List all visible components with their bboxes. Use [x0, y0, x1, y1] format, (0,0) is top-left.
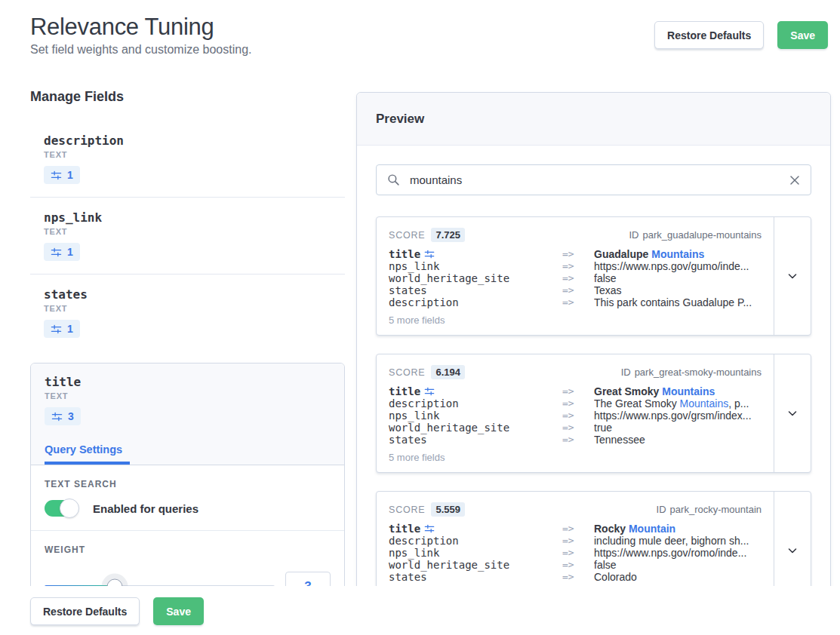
result-field-name: world_heritage_site — [389, 272, 562, 284]
result-field-name: description — [389, 535, 562, 547]
preview-panel: Preview SCORE 7.725 — [356, 92, 831, 630]
result-field-value: Guadalupe Mountains — [594, 248, 762, 260]
weight-badge: 1 — [44, 320, 80, 338]
result-field-value: https://www.nps.gov/gumo/inde... — [594, 260, 762, 272]
result-field-value: Texas — [594, 284, 762, 296]
weight-badge-value: 1 — [67, 323, 73, 335]
arrow: => — [562, 571, 594, 583]
arrow: => — [562, 260, 594, 272]
search-input[interactable] — [410, 173, 789, 186]
sliders-icon — [51, 411, 63, 422]
restore-defaults-button[interactable]: Restore Defaults — [30, 597, 140, 625]
score-label: SCORE — [389, 505, 425, 515]
arrow: => — [562, 385, 594, 397]
result-field-value: This park contains Guadalupe P... — [594, 296, 762, 308]
text-search-label: TEXT SEARCH — [45, 479, 331, 489]
result-field-value: false — [594, 272, 762, 284]
page-subtitle: Set field weights and customize boosting… — [30, 43, 252, 57]
header-actions: Restore Defaults Save — [654, 21, 828, 49]
text-search-toggle[interactable] — [45, 500, 78, 517]
arrow: => — [562, 559, 594, 571]
arrow: => — [562, 535, 594, 547]
save-button[interactable]: Save — [777, 21, 828, 49]
clear-search-button[interactable] — [789, 175, 800, 186]
result-field-value: Great Smoky Mountains — [594, 385, 762, 397]
result-field-name: states — [389, 284, 562, 296]
arrow: => — [562, 272, 594, 284]
sliders-icon — [51, 247, 62, 258]
restore-defaults-button[interactable]: Restore Defaults — [654, 21, 764, 49]
score-label: SCORE — [389, 367, 425, 378]
result-field-value: false — [594, 559, 762, 571]
results-list: SCORE 7.725 ID park_guadalupe-mountains … — [376, 216, 811, 610]
result-field-value: Rocky Mountain — [594, 523, 762, 535]
manage-fields-panel: Manage Fields description TEXT 1 nps_lin… — [30, 89, 345, 635]
arrow: => — [562, 296, 594, 308]
result-field-name: world_heritage_site — [389, 559, 562, 571]
arrow: => — [562, 397, 594, 410]
id-label: ID — [621, 367, 631, 378]
result-id: park_guadalupe-mountains — [642, 229, 762, 241]
expand-result-button[interactable] — [774, 354, 811, 472]
field-list: description TEXT 1 nps_link TEXT 1 state… — [30, 120, 345, 635]
score-badge: 6.194 — [431, 365, 465, 379]
toggle-knob[interactable] — [60, 498, 79, 518]
tab-query-settings[interactable]: Query Settings — [45, 443, 130, 465]
result-field-name: world_heritage_site — [389, 422, 562, 434]
result-card: SCORE 6.194 ID park_great-smoky-mountain… — [376, 354, 811, 473]
result-field-name: title — [389, 248, 420, 260]
result-field-name: nps_link — [389, 410, 562, 422]
field-item-nps-link[interactable]: nps_link TEXT 1 — [30, 198, 345, 275]
result-id: park_rocky-mountain — [670, 504, 762, 515]
weight-badge-value: 1 — [67, 169, 73, 181]
result-field-name: nps_link — [389, 547, 562, 559]
result-id: park_great-smoky-mountains — [635, 367, 762, 378]
chevron-down-icon — [787, 271, 798, 281]
field-type: TEXT — [44, 227, 345, 236]
field-name: title — [45, 375, 331, 389]
id-label: ID — [657, 504, 666, 515]
score-badge: 5.559 — [431, 502, 465, 517]
result-card: SCORE 7.725 ID park_guadalupe-mountains … — [376, 216, 811, 336]
arrow: => — [562, 523, 594, 535]
weight-badge: 3 — [45, 407, 81, 425]
save-button[interactable]: Save — [153, 597, 204, 625]
sliders-icon — [424, 523, 435, 534]
result-field-name: states — [389, 434, 562, 446]
sliders-icon — [424, 249, 435, 259]
more-fields-text: 5 more fields — [389, 452, 762, 463]
field-item-description[interactable]: description TEXT 1 — [30, 120, 345, 198]
page-title: Relevance Tuning — [30, 14, 252, 41]
score-label: SCORE — [389, 230, 425, 241]
result-field-value: including mule deer, bighorn sh... — [594, 535, 762, 547]
field-card-header[interactable]: title TEXT 3 Query Settings — [31, 364, 344, 465]
sliders-icon — [51, 324, 62, 335]
preview-title: Preview — [376, 112, 424, 127]
field-item-states[interactable]: states TEXT 1 — [30, 275, 345, 351]
weight-badge: 1 — [44, 243, 80, 261]
search-icon — [387, 173, 400, 186]
chevron-down-icon — [787, 408, 798, 419]
arrow: => — [562, 434, 594, 446]
field-name: nps_link — [44, 210, 345, 225]
arrow: => — [562, 547, 594, 559]
more-fields-text: 5 more fields — [389, 314, 762, 326]
weight-badge-value: 3 — [68, 410, 74, 422]
search-bar — [376, 164, 811, 195]
result-field-name: title — [389, 385, 420, 397]
weight-badge: 1 — [44, 166, 80, 184]
chevron-down-icon — [787, 545, 798, 556]
result-field-name: title — [389, 523, 420, 535]
field-type: TEXT — [44, 304, 345, 313]
result-field-name: nps_link — [389, 260, 562, 272]
text-search-section: TEXT SEARCH Enabled for queries — [31, 465, 344, 531]
field-type: TEXT — [45, 391, 331, 400]
field-name: description — [44, 133, 345, 148]
arrow: => — [562, 284, 594, 296]
field-type: TEXT — [44, 150, 345, 159]
result-field-value: Tennessee — [594, 434, 762, 446]
score-badge: 7.725 — [431, 228, 465, 242]
expand-result-button[interactable] — [774, 217, 811, 335]
field-name: states — [44, 287, 345, 302]
weight-label: WEIGHT — [45, 545, 331, 555]
